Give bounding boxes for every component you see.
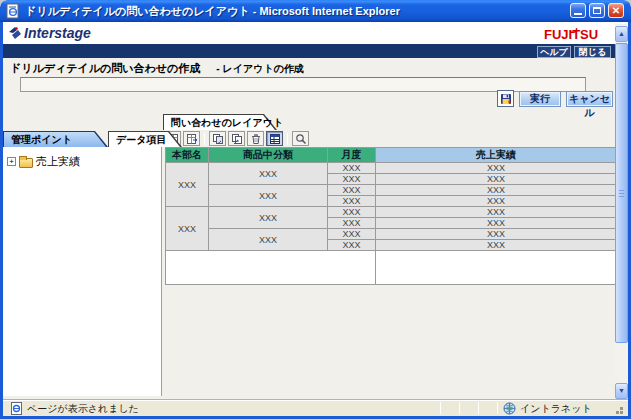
grid-header-sales: 売上実績 [376,148,617,163]
layout-toolbar [164,130,309,147]
tab-management-point-label: 管理ポイント [11,133,72,147]
folder-icon [19,158,33,168]
resize-grip[interactable] [620,411,623,414]
title-bar: ドリルディテイルの問い合わせのレイアウト - Microsoft Interne… [0,0,631,22]
fujitsu-logo: ر FUJITSU [544,27,598,42]
scroll-up-icon[interactable]: ▲ [615,26,628,42]
data-item-tree-panel: + 売上実績 [3,147,162,396]
interstage-logo-icon [8,26,22,40]
copy-item-icon[interactable] [209,131,226,146]
grid-footer-sales [376,251,617,285]
grid-footer-left [166,251,376,285]
layout-grid-wrap: 本部名商品中分類月度売上実績XXXXXXXXXXXXXXXXXXXXXXXXXX… [165,147,617,285]
grid-cell-honbu: XXX [166,163,209,207]
page-title-main: ドリルディテイルの問い合わせの作成 [10,61,200,76]
grid-cell-month: XXX [328,196,376,207]
interstage-logo: Interstage [8,25,91,41]
grid-cell-category: XXX [209,229,328,251]
grid-cell-month: XXX [328,240,376,251]
status-bar: ページが表示されました イントラネット [3,399,628,416]
command-bar [3,44,615,58]
tree-item-sales[interactable]: + 売上実績 [7,154,80,169]
tree-expand-icon[interactable]: + [7,157,16,166]
help-button[interactable]: ヘルプ [537,46,571,58]
page-title: ドリルディテイルの問い合わせの作成 - レイアウトの作成 [10,61,304,76]
page-status-icon [10,402,23,415]
grid-cell-category: XXX [209,163,328,185]
delete-item-icon[interactable] [247,131,264,146]
floppy-disk-icon [500,93,512,105]
interstage-logo-text: Interstage [24,25,91,41]
grid-cell-sales: XXX [376,240,617,251]
window-title: ドリルディテイルの問い合わせのレイアウト - Microsoft Interne… [25,0,545,22]
close-page-button[interactable]: 閉じる [574,46,611,58]
vertical-scrollbar[interactable]: ▲ ▼ [615,24,628,399]
layout-grid: 本部名商品中分類月度売上実績XXXXXXXXXXXXXXXXXXXXXXXXXX… [165,147,617,285]
grid-cell-sales: XXX [376,174,617,185]
grid-header-category: 商品中分類 [209,148,328,163]
grid-cell-sales: XXX [376,218,617,229]
grid-cell-honbu: XXX [166,207,209,251]
grid-cell-month: XXX [328,218,376,229]
ie-document-icon [5,3,21,19]
grid-cell-month: XXX [328,174,376,185]
execute-button[interactable]: 実行 [519,91,561,107]
close-button[interactable]: ✕ [608,3,624,18]
tab-management-point[interactable]: 管理ポイント [3,131,108,147]
move-item-icon[interactable] [228,131,245,146]
page-title-sub: - レイアウトの作成 [216,62,304,76]
statusbar-divider [440,402,441,414]
intranet-globe-icon [503,402,516,415]
tab-data-items-label: データ項目 [116,133,166,147]
grid-cell-sales: XXX [376,185,617,196]
browser-window: ドリルディテイルの問い合わせのレイアウト - Microsoft Interne… [0,0,631,419]
statusbar-divider [497,402,498,414]
statusbar-divider [459,402,460,414]
brand-bar [3,22,628,44]
grid-cell-category: XXX [209,185,328,207]
scrollbar-thumb[interactable] [615,43,628,343]
grid-cell-month: XXX [328,207,376,218]
preview-icon[interactable] [292,131,309,146]
grid-header-month: 月度 [328,148,376,163]
tab-data-items[interactable]: データ項目 [108,131,182,147]
grid-header-honbu: 本部名 [166,148,209,163]
grid-cell-month: XXX [328,163,376,174]
toolbar-divider [204,133,205,145]
toolbar-divider [287,133,288,145]
grid-cell-sales: XXX [376,196,617,207]
grid-cell-month: XXX [328,185,376,196]
status-message: ページが表示されました [27,402,139,416]
security-zone-label: イントラネット [520,402,592,416]
tree-item-label: 売上実績 [36,154,80,169]
statusbar-divider [478,402,479,414]
grid-cell-sales: XXX [376,229,617,240]
scroll-down-icon[interactable]: ▼ [615,383,628,399]
grid-cell-sales: XXX [376,207,617,218]
grid-cell-month: XXX [328,229,376,240]
grid-cell-category: XXX [209,207,328,229]
tab-query-layout[interactable]: 問い合わせのレイアウト [163,114,277,130]
minimize-button[interactable] [570,3,586,18]
cancel-button[interactable]: キャンセル [566,91,613,107]
grid-cell-sales: XXX [376,163,617,174]
table-layout-icon[interactable] [266,131,283,146]
maximize-button[interactable] [589,3,605,18]
insert-column-right-icon[interactable] [183,131,200,146]
save-layout-button[interactable] [497,90,514,107]
tab-query-layout-label: 問い合わせのレイアウト [171,116,283,130]
